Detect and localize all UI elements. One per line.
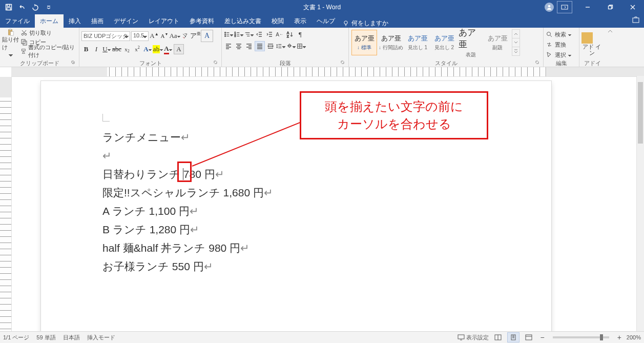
style-title[interactable]: あア亜表題 (458, 30, 484, 55)
font-dialog-launcher[interactable] (213, 59, 218, 65)
svg-rect-26 (458, 335, 464, 339)
align-left-button[interactable] (224, 42, 233, 51)
font-size-combo[interactable]: 10.5 (131, 31, 149, 41)
style-heading1[interactable]: あア亜見出し 1 (405, 30, 430, 55)
document-content[interactable]: ランチメニュー↵↵日替わりランチ 780 円↵限定!!スペシャルランチ 1,68… (102, 128, 273, 276)
numbering-button[interactable]: 123 (234, 30, 243, 39)
borders-button[interactable] (297, 42, 306, 51)
shading-button[interactable] (286, 42, 296, 51)
zoom-in-button[interactable]: + (615, 333, 624, 341)
clear-formatting-button[interactable] (180, 31, 190, 41)
paragraph[interactable]: A ランチ 1,100 円↵ (102, 202, 273, 220)
tab-file[interactable]: ファイル (0, 14, 35, 28)
replace-icon (546, 41, 553, 48)
scroll-thumb[interactable] (638, 82, 643, 144)
phonetic-guide-button[interactable]: ア亜 (191, 31, 200, 41)
paragraph[interactable]: 限定!!スペシャルランチ 1,680 円↵ (102, 184, 273, 202)
zoom-level[interactable]: 200% (627, 334, 641, 340)
sort-button[interactable]: AZ (285, 30, 295, 39)
increase-indent-button[interactable] (265, 30, 274, 39)
status-page[interactable]: 1/1 ページ (3, 334, 29, 341)
align-center-button[interactable] (234, 42, 243, 51)
group-styles-label: スタイル (435, 60, 458, 66)
multilevel-list-button[interactable] (244, 30, 254, 39)
grow-font-button[interactable]: A▲ (150, 31, 159, 41)
subscript-button[interactable]: x2 (122, 45, 132, 54)
view-read-button[interactable] (492, 332, 504, 342)
tab-draw[interactable]: 描画 (86, 14, 109, 28)
format-painter-button[interactable]: 書式のコピー/貼り付け (20, 47, 77, 55)
tab-home[interactable]: ホーム (35, 14, 64, 28)
character-shading-button[interactable]: A (174, 44, 184, 54)
style-normal[interactable]: あア亜↓ 標準 (351, 30, 377, 55)
text-effects-button[interactable]: A (143, 45, 152, 54)
paragraph-dialog-launcher[interactable] (340, 59, 345, 65)
cut-button[interactable]: 切り取り (20, 29, 77, 37)
up-caret-icon[interactable] (512, 30, 520, 38)
page[interactable]: ランチメニュー↵↵日替わりランチ 780 円↵限定!!スペシャルランチ 1,68… (41, 81, 551, 343)
zoom-out-button[interactable]: − (538, 333, 546, 341)
style-gallery-scroll[interactable] (512, 29, 520, 56)
clipboard-dialog-launcher[interactable] (71, 59, 76, 65)
zoom-slider[interactable] (553, 336, 609, 338)
distribute-button[interactable] (266, 42, 275, 51)
italic-button[interactable]: I (92, 45, 101, 54)
status-bar: 1/1 ページ 59 単語 日本語 挿入モード 表示設定 − + 200% (0, 331, 644, 343)
group-font-label: フォント (139, 60, 162, 66)
superscript-button[interactable]: x2 (133, 45, 142, 54)
replace-button[interactable]: 置換 (546, 40, 566, 49)
tab-insert[interactable]: 挿入 (64, 14, 86, 28)
bold-button[interactable]: B (81, 45, 91, 54)
text-direction-button[interactable]: A↓ (275, 30, 284, 39)
find-button[interactable]: 検索 (546, 30, 571, 39)
paragraph[interactable]: half 麺&half 丼ランチ 980 円↵ (102, 239, 273, 257)
paste-button[interactable]: 貼り付け (2, 29, 19, 57)
tab-design[interactable]: デザイン (109, 14, 143, 28)
annotation-cursor-box (177, 162, 192, 182)
tab-help[interactable]: ヘルプ (311, 14, 340, 28)
addin-button[interactable]: アド イン (581, 29, 602, 59)
shrink-font-button[interactable]: A▼ (160, 31, 169, 41)
vertical-ruler[interactable] (0, 77, 12, 333)
style-heading2[interactable]: あア亜見出し 2 (431, 30, 457, 55)
change-case-button[interactable]: Aa (170, 31, 179, 41)
justify-button[interactable] (255, 41, 265, 51)
share-button[interactable] (632, 16, 640, 26)
status-mode[interactable]: 挿入モード (87, 334, 115, 341)
font-color-button[interactable]: A (163, 45, 173, 54)
tab-references[interactable]: 参考資料 (184, 14, 219, 28)
style-nospacing[interactable]: あア亜↓ 行間詰め (378, 30, 404, 55)
decrease-indent-button[interactable] (255, 30, 264, 39)
status-words[interactable]: 59 単語 (36, 334, 55, 341)
horizontal-ruler[interactable] (11, 67, 644, 77)
down-caret-icon[interactable] (512, 38, 520, 47)
tab-review[interactable]: 校閲 (266, 14, 289, 28)
tab-mailmerge[interactable]: 差し込み文書 (219, 14, 266, 28)
style-subtitle[interactable]: あア亜副題 (485, 30, 510, 55)
paragraph[interactable]: お子様ランチ 550 円↵ (102, 257, 273, 276)
align-right-button[interactable] (244, 42, 254, 51)
status-lang[interactable]: 日本語 (63, 334, 80, 341)
vertical-scrollbar[interactable] (636, 76, 644, 332)
line-spacing-button[interactable] (276, 42, 285, 51)
font-name-combo[interactable]: BIZ UDPゴシック (81, 31, 130, 41)
styles-dialog-launcher[interactable] (535, 59, 540, 65)
more-caret-icon[interactable] (512, 47, 520, 55)
view-print-button[interactable] (507, 332, 520, 342)
paragraph[interactable]: B ランチ 1,280 円↵ (102, 220, 273, 239)
select-button[interactable]: 選択 (546, 50, 571, 59)
tab-layout[interactable]: レイアウト (143, 14, 184, 28)
display-settings-button[interactable]: 表示設定 (458, 334, 489, 341)
paste-label: 貼り付け (2, 36, 19, 51)
tell-me-search[interactable]: 何をしますか (342, 19, 388, 28)
enclose-characters-button[interactable]: A (201, 30, 213, 42)
group-editing-label: 編集 (546, 59, 577, 67)
highlight-button[interactable]: ab (153, 45, 162, 54)
show-marks-button[interactable]: ¶ (296, 30, 305, 39)
underline-button[interactable]: U (102, 45, 111, 54)
strikethrough-button[interactable]: abc (112, 45, 121, 54)
view-web-button[interactable] (523, 332, 535, 342)
tab-view[interactable]: 表示 (289, 14, 311, 28)
collapse-ribbon-button[interactable] (605, 28, 615, 67)
bullets-button[interactable] (224, 30, 233, 39)
